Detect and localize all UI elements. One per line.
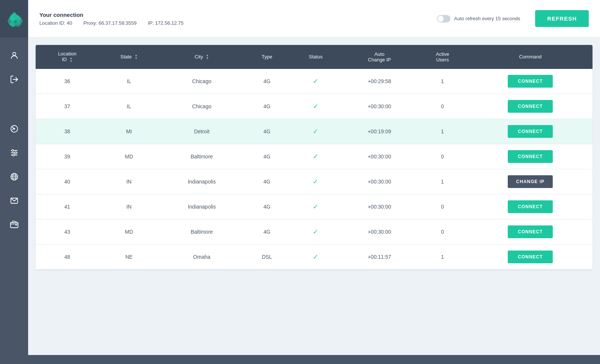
col-city[interactable]: City ▲▼ <box>159 45 244 69</box>
status-check-icon: ✓ <box>313 253 318 261</box>
bottom-bar <box>28 355 600 364</box>
connect-button[interactable]: CONNECT <box>508 100 553 113</box>
cell-active-users: 1 <box>417 169 468 194</box>
cell-active-users: 0 <box>417 219 468 244</box>
svg-point-17 <box>15 152 16 154</box>
connection-info: Your connection Location ID: 40 Proxy: 6… <box>39 12 184 26</box>
status-check-icon: ✓ <box>313 178 318 185</box>
cell-type: 4G <box>244 194 290 219</box>
cell-command: CONNECT <box>468 244 592 269</box>
cell-command: CONNECT <box>468 144 592 169</box>
sidebar-item-wallet[interactable] <box>0 214 28 235</box>
cell-state: MD <box>99 144 159 169</box>
connect-button[interactable]: CONNECT <box>508 125 553 138</box>
header: Your connection Location ID: 40 Proxy: 6… <box>28 0 600 37</box>
cell-type: 4G <box>244 69 290 94</box>
sidebar-item-mail[interactable] <box>0 190 28 211</box>
svg-point-18 <box>12 154 14 156</box>
cell-status: ✓ <box>290 144 342 169</box>
status-check-icon: ✓ <box>313 153 318 160</box>
connect-button[interactable]: CONNECT <box>508 251 553 263</box>
sidebar-item-globe[interactable] <box>0 166 28 187</box>
table-row: 38 MI Detroit 4G ✓ +00:19:09 1 CONNECT <box>36 119 592 144</box>
cell-command: CONNECT <box>468 94 592 119</box>
globe-icon <box>10 172 19 181</box>
location-id-label: Location ID: 40 <box>39 20 72 26</box>
cell-city: Chicago <box>159 94 244 119</box>
cell-location-id: 38 <box>36 119 99 144</box>
logo-container <box>0 0 28 37</box>
connection-details: Location ID: 40 Proxy: 66.37.17.58:3559 … <box>39 20 184 26</box>
connect-button[interactable]: CONNECT <box>508 225 553 238</box>
cell-state: MD <box>99 219 159 244</box>
locations-table: LocationID ▲▼ State ▲▼ City ▲▼ Type Stat… <box>36 45 592 270</box>
cell-state: NE <box>99 244 159 269</box>
cell-auto-change-ip: +00:30:00 <box>342 169 417 194</box>
auto-refresh-label: Auto refresh every 15 seconds <box>454 16 520 21</box>
mail-icon <box>10 196 19 205</box>
connect-button[interactable]: CONNECT <box>508 200 553 213</box>
table-body: 36 IL Chicago 4G ✓ +00:29:58 1 CONNECT 3… <box>36 69 592 270</box>
sidebar-item-dashboard[interactable] <box>0 118 28 139</box>
sidebar-item-settings[interactable] <box>0 142 28 163</box>
table-row: 39 MD Baltimore 4G ✓ +00:30:00 0 CONNECT <box>36 144 592 169</box>
cell-location-id: 37 <box>36 94 99 119</box>
connect-button[interactable]: CONNECT <box>508 150 553 163</box>
cell-active-users: 0 <box>417 144 468 169</box>
cell-location-id: 39 <box>36 144 99 169</box>
cell-type: 4G <box>244 219 290 244</box>
col-location-id[interactable]: LocationID ▲▼ <box>36 45 99 69</box>
main-content: Your connection Location ID: 40 Proxy: 6… <box>28 0 600 364</box>
cell-location-id: 41 <box>36 194 99 219</box>
col-status: Status <box>290 45 342 69</box>
cell-command: CONNECT <box>468 194 592 219</box>
cell-active-users: 0 <box>417 194 468 219</box>
status-check-icon: ✓ <box>313 203 318 210</box>
cell-auto-change-ip: +00:30:00 <box>342 94 417 119</box>
cell-city: Baltimore <box>159 219 244 244</box>
cell-auto-change-ip: +00:30:00 <box>342 194 417 219</box>
sidebar-item-logout[interactable] <box>0 69 28 90</box>
locations-table-container: LocationID ▲▼ State ▲▼ City ▲▼ Type Stat… <box>36 45 592 270</box>
refresh-button[interactable]: REFRESH <box>535 10 589 27</box>
col-state[interactable]: State ▲▼ <box>99 45 159 69</box>
cell-command: CHANGE IP <box>468 169 592 194</box>
cell-city: Omaha <box>159 244 244 269</box>
cell-state: IL <box>99 69 159 94</box>
sidebar-item-user[interactable] <box>0 45 28 66</box>
cell-state: MI <box>99 119 159 144</box>
svg-point-9 <box>13 52 16 55</box>
sort-arrows-location-id: ▲▼ <box>70 57 73 63</box>
cell-location-id: 43 <box>36 219 99 244</box>
status-check-icon: ✓ <box>313 128 318 135</box>
cell-auto-change-ip: +00:30:00 <box>342 219 417 244</box>
table-row: 48 NE Omaha DSL ✓ +00:11:57 1 CONNECT <box>36 244 592 269</box>
table-row: 43 MD Baltimore 4G ✓ +00:30:00 0 CONNECT <box>36 219 592 244</box>
cell-active-users: 1 <box>417 69 468 94</box>
cell-active-users: 1 <box>417 244 468 269</box>
cell-status: ✓ <box>290 219 342 244</box>
cell-city: Detroit <box>159 119 244 144</box>
change-ip-button[interactable]: CHANGE IP <box>508 175 553 188</box>
status-check-icon: ✓ <box>313 103 318 110</box>
cell-city: Indianapolis <box>159 169 244 194</box>
sort-arrows-state: ▲▼ <box>135 54 138 60</box>
connection-title: Your connection <box>39 12 184 18</box>
cell-state: IN <box>99 194 159 219</box>
app-logo <box>6 10 22 27</box>
connect-button[interactable]: CONNECT <box>508 75 553 88</box>
auto-refresh-container: Auto refresh every 15 seconds <box>437 15 520 22</box>
settings-icon <box>10 148 19 157</box>
auto-refresh-toggle[interactable] <box>437 15 450 22</box>
cell-status: ✓ <box>290 69 342 94</box>
cell-command: CONNECT <box>468 219 592 244</box>
content-area: LocationID ▲▼ State ▲▼ City ▲▼ Type Stat… <box>28 37 600 355</box>
svg-point-16 <box>12 150 14 152</box>
cell-status: ✓ <box>290 94 342 119</box>
cell-location-id: 40 <box>36 169 99 194</box>
sidebar <box>0 0 28 364</box>
status-check-icon: ✓ <box>313 228 318 236</box>
cell-type: DSL <box>244 244 290 269</box>
header-row: LocationID ▲▼ State ▲▼ City ▲▼ Type Stat… <box>36 45 592 69</box>
proxy-label: Proxy: 66.37.17.58:3559 <box>83 20 136 26</box>
